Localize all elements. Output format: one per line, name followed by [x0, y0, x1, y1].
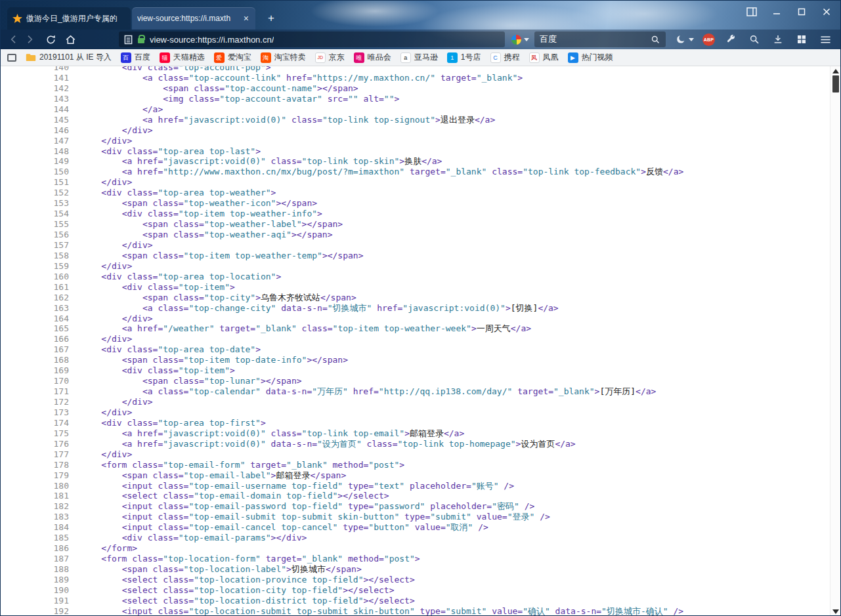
scroll-up-icon[interactable] [832, 69, 839, 73]
bookmark-favicon: 1 [447, 52, 458, 63]
line-code: <a class="top-change-city" data-s-n="切换城… [73, 303, 559, 314]
find-button[interactable] [746, 31, 762, 47]
refresh-button[interactable] [43, 31, 58, 47]
maximize-button[interactable] [792, 4, 811, 20]
line-code: <form class="top-location-form" target="… [73, 554, 420, 564]
bookmark-item[interactable]: 11号店 [447, 52, 481, 63]
bookmark-favicon: JD [315, 52, 326, 63]
moon-icon [676, 34, 686, 45]
wrench-icon [725, 34, 736, 45]
line-code: <div class="top-item"> [73, 365, 235, 376]
line-code: </div> [73, 314, 153, 324]
home-button[interactable] [62, 31, 78, 47]
address-bar[interactable]: view-source:https://i.maxthon.cn/ [119, 31, 505, 47]
close-icon [823, 8, 830, 16]
folder-icon [26, 53, 36, 62]
bookmark-item[interactable]: a亚马逊 [400, 52, 438, 63]
bookmark-item[interactable]: JD京东 [315, 52, 345, 63]
close-button[interactable] [817, 4, 836, 20]
source-line: 174 <div class="top-area top-first"> [1, 418, 840, 428]
line-code: <div class="top-area top-date"> [73, 344, 261, 355]
source-line: 140 <div class="top-account-pop"> [1, 66, 840, 73]
source-line: 143 <img class="top-account-avatar" src=… [1, 94, 840, 104]
line-code: <input class="top-location-submit top-su… [73, 606, 683, 616]
line-number: 188 [1, 564, 73, 575]
line-number: 183 [1, 512, 73, 522]
line-number: 149 [1, 156, 73, 167]
line-code: <a href="/weather" target="_blank" class… [73, 323, 531, 334]
line-number: 176 [1, 439, 73, 449]
layout-panel-button[interactable] [742, 4, 762, 20]
source-line: 144 </a> [1, 104, 840, 115]
bookmark-item[interactable]: 凤凤凰 [529, 52, 559, 63]
line-number: 153 [1, 198, 73, 209]
bookmark-label: 百度 [135, 52, 150, 63]
layout-panel-icon [746, 7, 757, 16]
line-code: <div class="top-item top-weather-info"> [73, 209, 322, 219]
bookmark-item[interactable]: ▶热门视频 [568, 52, 613, 63]
apps-grid-button[interactable] [794, 31, 809, 47]
bookmark-item[interactable]: 唯唯品会 [354, 52, 391, 63]
maximize-icon [798, 8, 806, 16]
bookmark-item[interactable]: 百百度 [121, 52, 150, 63]
line-code: <input class="top-email-username top-fie… [73, 481, 514, 491]
search-engine-icon[interactable] [511, 35, 521, 45]
source-line: 182 <input class="top-email-password top… [1, 501, 840, 512]
bookmark-label: 凤凰 [543, 52, 559, 63]
minimize-button[interactable] [767, 4, 787, 20]
scroll-down-icon[interactable] [832, 609, 839, 614]
night-mode-dropdown-icon[interactable] [689, 38, 694, 41]
source-line: 173 </div> [1, 407, 840, 418]
grid-icon [796, 34, 807, 45]
search-box[interactable]: 百度 [534, 31, 666, 47]
bookmark-favicon: a [400, 52, 411, 63]
bookmark-label: 亚马逊 [414, 52, 438, 63]
line-number: 179 [1, 470, 73, 481]
tab-maxthon-today[interactable]: 傲游今日_傲游用户专属的 [7, 7, 131, 30]
line-code: </div> [73, 177, 132, 188]
tab-favicon-star-icon [12, 14, 22, 24]
line-number: 158 [1, 251, 73, 261]
new-tab-button[interactable]: + [263, 11, 279, 26]
line-number: 162 [1, 293, 73, 303]
bookmark-folder[interactable]: 20191101 从 IE 导入 [26, 52, 112, 63]
ssl-lock-icon [138, 38, 144, 43]
bookmark-item[interactable]: 淘淘宝特卖 [261, 52, 306, 63]
search-engine-dropdown-icon[interactable] [524, 38, 529, 41]
adblock-badge[interactable]: ABP [702, 33, 715, 46]
source-line: 191 <select class="top-location-district… [1, 596, 840, 606]
line-number: 190 [1, 585, 73, 596]
tools-button[interactable] [723, 31, 739, 47]
download-button[interactable] [770, 31, 786, 47]
main-menu-button[interactable] [817, 31, 833, 47]
line-code: <div class="top-area top-first"> [73, 418, 266, 428]
bookmarks-panel-icon[interactable] [7, 54, 16, 62]
tab-close-icon[interactable]: × [242, 14, 250, 23]
line-code: </div> [73, 449, 132, 460]
source-line: 168 <span class="top-item top-date-info"… [1, 355, 840, 365]
line-number: 181 [1, 491, 73, 501]
search-icon[interactable] [651, 35, 660, 45]
bookmark-item[interactable]: C携程 [490, 52, 520, 63]
refresh-icon [45, 34, 56, 45]
minimize-icon [773, 8, 781, 16]
back-button[interactable] [6, 31, 22, 47]
bookmark-favicon: 猫 [160, 52, 170, 63]
line-code: <form class="top-email-form" target="_bl… [73, 460, 404, 470]
source-line: 179 <span class="top-email-label">邮箱登录</… [1, 470, 840, 481]
line-number: 150 [1, 167, 73, 177]
night-mode-button[interactable] [675, 31, 695, 47]
line-code: <div class="top-item"> [73, 282, 235, 293]
bookmark-item[interactable]: 爱爱淘宝 [214, 52, 251, 63]
forward-button[interactable] [22, 31, 37, 47]
source-line: 159 </div> [1, 261, 840, 272]
source-lines: 140 <div class="top-account-pop">141 <a … [1, 66, 840, 616]
tab-view-source[interactable]: view-source:https://i.maxth × [132, 7, 255, 30]
line-number: 159 [1, 261, 73, 272]
vertical-scrollbar[interactable] [830, 66, 840, 616]
line-code: <div class="top-area top-location"> [73, 272, 281, 282]
scrollbar-thumb[interactable] [832, 75, 839, 92]
bookmark-item[interactable]: 猫天猫精选 [160, 52, 205, 63]
line-code: <div class="top-area top-last"> [73, 146, 261, 157]
line-code: <div class="top-email-params"></div> [73, 533, 307, 543]
